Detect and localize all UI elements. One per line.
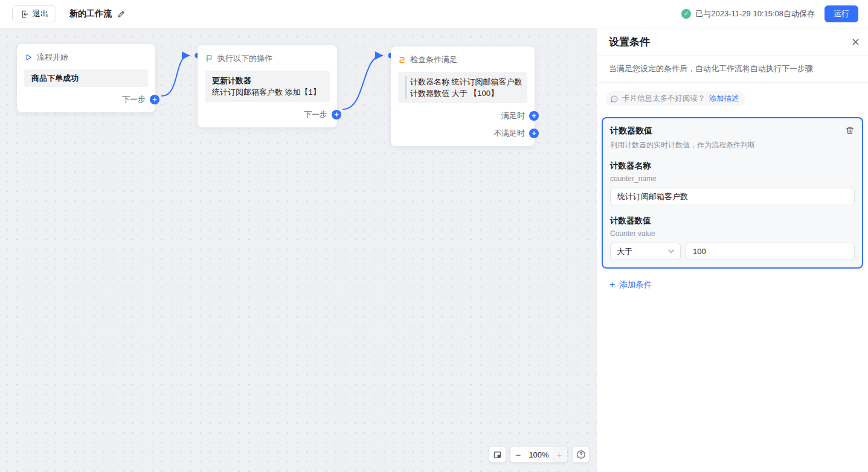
comment-icon [610,95,619,103]
next-step-label: 下一步 [122,94,146,105]
panel-title: 设置条件 [609,35,650,49]
node-header-label: 流程开始 [37,52,68,63]
flag-icon [205,54,213,63]
edit-title-button[interactable] [117,10,126,19]
run-button[interactable]: 运行 [825,5,858,22]
node-body: 商品下单成功 [24,69,148,87]
close-panel-button[interactable] [851,37,860,46]
operator-select[interactable]: 大于 [610,243,681,260]
zoom-in-button[interactable]: + [551,447,567,462]
close-icon [851,37,860,46]
counter-value-input[interactable] [686,243,855,260]
fit-view-icon [493,450,502,459]
zoom-level: 100% [526,450,551,459]
next-step-label: 下一步 [304,109,327,120]
help-icon [576,450,586,459]
on-false-label: 不满足时 [493,128,525,139]
node-action[interactable]: 执行以下的操作 更新计数器 统计订阅邮箱客户数 添加【1】 下一步 + [198,45,337,127]
settings-panel: 设置条件 当满足您设定的条件后，自动化工作流将自动执行下一步骤 [597,28,868,472]
zoom-out-button[interactable]: − [510,447,526,462]
top-bar: 退出 新的工作流 ✓ 已与2023-11-29 10:15:08自动保存 运行 [0,0,868,28]
operator-value: 大于 [617,246,632,257]
node-flow-start[interactable]: 流程开始 商品下单成功 下一步 + [17,44,155,112]
node-body: 更新计数器 统计订阅邮箱客户数 添加【1】 [205,71,330,102]
node-header-label: 执行以下的操作 [217,53,272,64]
panel-description: 当满足您设定的条件后，自动化工作流将自动执行下一步骤 [597,56,868,83]
plus-icon: + [609,280,615,290]
counter-name-input[interactable] [610,188,855,205]
pencil-icon [117,10,126,19]
add-condition-button[interactable]: + 添加条件 [609,279,652,290]
counter-name-key: counter_name [610,174,855,183]
node-body: 计数器名称 统计订阅邮箱客户数 计数器数值 大于 【100】 [398,72,527,103]
node-header-label: 检查条件满足 [410,54,457,65]
check-circle-icon: ✓ [681,9,691,19]
workflow-title-group: 新的工作流 [69,8,126,19]
branch-icon [398,56,406,64]
counter-value-label: 计数器数值 [610,215,855,226]
add-on-false-button[interactable]: + [529,129,539,138]
workflow-title: 新的工作流 [69,8,112,19]
workflow-canvas[interactable]: 流程开始 商品下单成功 下一步 + 执行以下的操作 [0,28,597,472]
exit-label: 退出 [33,8,48,19]
help-button[interactable] [573,447,589,462]
play-icon [24,53,33,62]
node-condition[interactable]: 检查条件满足 计数器名称 统计订阅邮箱客户数 计数器数值 大于 【100】 满足… [391,46,535,146]
condition-card-title: 计数器数值 [610,126,652,136]
delete-condition-button[interactable] [845,126,855,135]
add-next-step-button[interactable]: + [332,110,341,120]
add-next-step-button[interactable]: + [150,95,159,104]
trash-icon [845,126,855,135]
fit-view-button[interactable] [489,447,506,462]
zoom-controls: − 100% + [510,447,567,462]
counter-name-label: 计数器名称 [610,161,855,171]
hint-pill: 卡片信息太多不好阅读？ 添加描述 [606,91,745,106]
condition-card[interactable]: 计数器数值 利用计数器的实时计数值，作为流程条件判断 计数器名称 counter… [602,117,863,269]
on-true-label: 满足时 [501,110,525,121]
autosave-status: ✓ 已与2023-11-29 10:15:08自动保存 [681,8,815,19]
add-condition-label: 添加条件 [619,279,652,290]
workflow-editor-app: 退出 新的工作流 ✓ 已与2023-11-29 10:15:08自动保存 运行 [0,0,868,472]
chevron-down-icon [668,249,674,254]
exit-button[interactable]: 退出 [12,5,56,22]
hint-question: 卡片信息太多不好阅读？ [622,94,706,104]
autosave-text: 已与2023-11-29 10:15:08自动保存 [695,8,815,19]
add-description-link[interactable]: 添加描述 [709,94,739,104]
add-on-true-button[interactable]: + [529,111,539,121]
condition-card-subtitle: 利用计数器的实时计数值，作为流程条件判断 [610,140,855,150]
counter-value-key: Counter value [610,229,855,238]
exit-icon [20,10,29,19]
